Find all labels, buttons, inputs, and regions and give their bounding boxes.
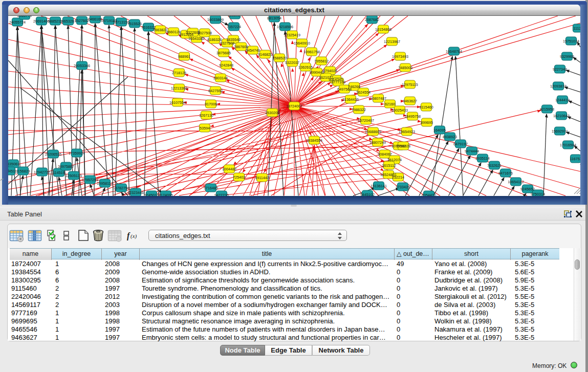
svg-text:7663822: 7663822 [153,28,167,32]
svg-text:7632621: 7632621 [487,163,502,168]
svg-text:8354420: 8354420 [422,193,436,196]
svg-text:3875685: 3875685 [216,51,231,55]
svg-text:9750314: 9750314 [531,192,545,196]
svg-text:15720407: 15720407 [358,118,374,123]
svg-text:164095: 164095 [433,128,446,133]
svg-text:12093873: 12093873 [550,84,567,89]
svg-text:12213967: 12213967 [384,39,400,44]
svg-text:15751074: 15751074 [563,39,579,43]
svg-text:20053346: 20053346 [74,63,90,68]
svg-text:9227342: 9227342 [553,67,567,72]
svg-text:16543382: 16543382 [188,36,205,41]
svg-text:9463627: 9463627 [403,99,417,103]
svg-text:20691406: 20691406 [33,19,50,24]
svg-text:3267130: 3267130 [199,113,213,118]
svg-text:9146821: 9146821 [258,52,272,57]
svg-text:12975115: 12975115 [402,82,418,87]
svg-text:1527602: 1527602 [75,18,89,23]
svg-text:10958117: 10958117 [97,181,113,186]
svg-text:12213369: 12213369 [171,86,187,91]
svg-text:114519: 114519 [53,170,64,175]
svg-text:12942737: 12942737 [34,170,50,174]
svg-text:11123: 11123 [574,26,580,31]
svg-text:1004482: 1004482 [222,167,236,171]
svg-text:15136141: 15136141 [371,184,387,188]
svg-text:3624554: 3624554 [356,90,371,95]
svg-text:10807487: 10807487 [370,96,386,101]
svg-text:6479197: 6479197 [453,142,468,146]
svg-text:21364436: 21364436 [342,97,359,102]
svg-text:1911447: 1911447 [255,176,269,180]
svg-text:16154808: 16154808 [375,27,391,32]
svg-text:6794024: 6794024 [323,69,337,73]
svg-text:8938923: 8938923 [443,135,457,139]
svg-text:1156829: 1156829 [16,169,30,173]
svg-text:16782759: 16782759 [113,186,129,190]
svg-text:835061: 835061 [8,162,19,166]
svg-text:15692971: 15692971 [552,129,568,134]
svg-text:9427730: 9427730 [214,193,229,196]
svg-text:12505135: 12505135 [66,173,82,178]
svg-text:9777169: 9777169 [331,80,345,84]
svg-text:10688609: 10688609 [365,129,381,134]
svg-text:8427552: 8427552 [208,89,223,93]
svg-text:2935114: 2935114 [475,156,489,161]
svg-text:7357224: 7357224 [227,25,241,29]
svg-text:7986322: 7986322 [352,107,366,112]
svg-text:2065774: 2065774 [17,16,32,18]
svg-text:5322037: 5322037 [285,60,299,65]
svg-text:8174095: 8174095 [159,193,173,196]
svg-text:899695: 899695 [421,120,433,125]
svg-text:9329966: 9329966 [560,54,574,59]
svg-text:18724007: 18724007 [286,104,302,108]
svg-text:18807249: 18807249 [369,140,386,145]
svg-text:988961: 988961 [178,54,190,59]
svg-text:725402: 725402 [233,175,245,180]
svg-text:17957253: 17957253 [82,178,98,182]
svg-text:8186328: 8186328 [207,37,222,42]
svg-text:10653267: 10653267 [60,19,76,24]
svg-text:2087682: 2087682 [365,17,379,22]
svg-text:9474444: 9474444 [465,149,479,154]
svg-text:10025433: 10025433 [391,108,408,113]
svg-text:(x): (x) [130,233,137,239]
svg-text:53594: 53594 [200,126,210,130]
svg-text:17016504: 17016504 [560,143,576,147]
svg-text:19218506: 19218506 [277,25,293,29]
svg-text:17359934: 17359934 [69,151,85,156]
svg-text:f: f [127,231,130,240]
svg-text:8471676: 8471676 [498,171,513,176]
svg-text:1615112: 1615112 [382,163,396,168]
svg-text:16033809: 16033809 [207,17,224,22]
svg-text:1835546: 1835546 [226,37,241,42]
svg-text:62160: 62160 [385,102,395,106]
svg-text:9084067: 9084067 [378,152,392,157]
svg-text:7955812: 7955812 [314,59,329,63]
svg-text:8660124: 8660124 [166,30,181,34]
svg-text:15640910: 15640910 [294,41,310,46]
svg-text:5716485: 5716485 [204,186,218,190]
svg-text:6466160: 6466160 [88,17,102,21]
svg-text:19654923: 19654923 [399,129,415,134]
svg-text:10654112: 10654112 [508,180,524,184]
svg-text:1244419: 1244419 [555,98,570,102]
svg-text:18495758: 18495758 [404,114,421,119]
svg-text:9242848: 9242848 [219,63,233,68]
svg-text:9115460: 9115460 [419,105,433,110]
svg-text:2803144: 2803144 [213,76,228,80]
svg-text:252214: 252214 [392,175,404,180]
svg-text:917006: 917006 [205,102,217,106]
svg-text:1733426: 1733426 [396,185,410,189]
svg-text:10961758: 10961758 [303,50,320,54]
svg-text:7515526: 7515526 [127,21,142,26]
svg-text:24055724: 24055724 [9,20,26,25]
svg-text:1588520: 1588520 [272,56,287,60]
svg-text:2718126: 2718126 [172,71,186,75]
svg-text:8990443: 8990443 [310,70,324,75]
svg-text:9245652: 9245652 [520,187,535,191]
svg-text:9327508: 9327508 [198,31,212,35]
svg-text:10973493: 10973493 [392,54,408,59]
svg-text:9245013: 9245013 [144,193,159,196]
svg-text:19384554: 19384554 [306,138,322,143]
svg-text:1362615: 1362615 [298,65,313,70]
